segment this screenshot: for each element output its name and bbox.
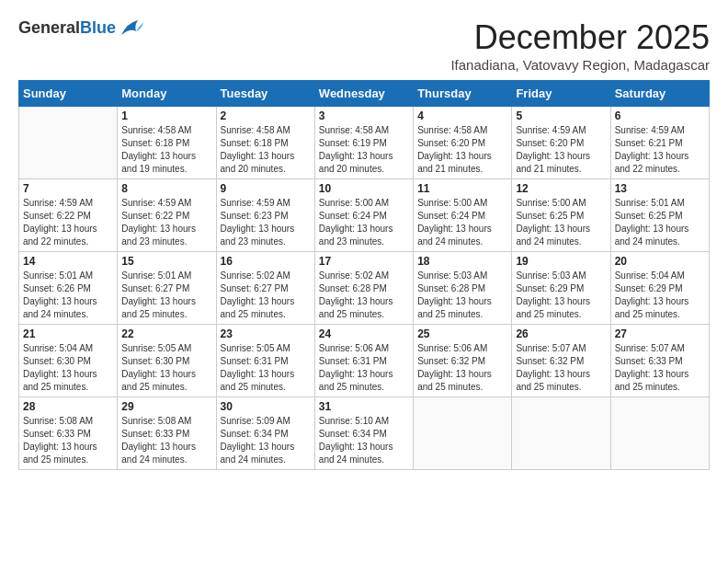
day-number: 3	[319, 109, 409, 122]
calendar-day-cell: 8Sunrise: 4:59 AMSunset: 6:22 PMDaylight…	[118, 179, 216, 252]
weekday-header-monday: Monday	[118, 81, 216, 107]
day-number: 13	[615, 182, 705, 195]
day-info: Sunrise: 5:01 AMSunset: 6:27 PMDaylight:…	[121, 270, 211, 321]
day-number: 14	[23, 255, 113, 268]
day-number: 6	[615, 109, 705, 122]
calendar-day-cell: 30Sunrise: 5:09 AMSunset: 6:34 PMDayligh…	[216, 397, 314, 470]
calendar-day-cell	[512, 397, 610, 470]
day-number: 23	[221, 327, 311, 340]
calendar-day-cell: 21Sunrise: 5:04 AMSunset: 6:30 PMDayligh…	[19, 325, 118, 397]
calendar-day-cell: 26Sunrise: 5:07 AMSunset: 6:32 PMDayligh…	[512, 325, 610, 397]
day-info: Sunrise: 5:08 AMSunset: 6:33 PMDaylight:…	[121, 415, 211, 466]
day-number: 30	[221, 400, 311, 413]
calendar-day-cell	[610, 397, 709, 470]
calendar-day-cell: 24Sunrise: 5:06 AMSunset: 6:31 PMDayligh…	[314, 325, 413, 397]
day-number: 21	[23, 327, 113, 340]
day-info: Sunrise: 4:58 AMSunset: 6:19 PMDaylight:…	[319, 124, 409, 176]
day-number: 19	[516, 255, 606, 268]
day-number: 12	[516, 182, 606, 195]
weekday-header-sunday: Sunday	[19, 81, 118, 107]
day-info: Sunrise: 5:05 AMSunset: 6:31 PMDaylight:…	[221, 342, 311, 394]
day-info: Sunrise: 5:03 AMSunset: 6:28 PMDaylight:…	[417, 270, 507, 321]
calendar-day-cell	[19, 107, 118, 179]
calendar-day-cell: 22Sunrise: 5:05 AMSunset: 6:30 PMDayligh…	[118, 325, 216, 397]
day-info: Sunrise: 5:00 AMSunset: 6:24 PMDaylight:…	[417, 197, 507, 248]
day-info: Sunrise: 5:08 AMSunset: 6:33 PMDaylight:…	[23, 415, 113, 466]
month-title: December 2025	[450, 18, 710, 57]
day-info: Sunrise: 5:02 AMSunset: 6:27 PMDaylight:…	[221, 270, 311, 321]
day-number: 18	[417, 255, 507, 268]
day-info: Sunrise: 5:01 AMSunset: 6:25 PMDaylight:…	[615, 197, 705, 248]
calendar-day-cell: 20Sunrise: 5:04 AMSunset: 6:29 PMDayligh…	[610, 252, 709, 325]
day-number: 16	[221, 255, 311, 268]
day-info: Sunrise: 4:59 AMSunset: 6:21 PMDaylight:…	[615, 124, 705, 176]
day-number: 1	[121, 109, 211, 122]
calendar-day-cell: 2Sunrise: 4:58 AMSunset: 6:18 PMDaylight…	[216, 107, 314, 179]
weekday-header-tuesday: Tuesday	[216, 81, 314, 107]
calendar-day-cell: 19Sunrise: 5:03 AMSunset: 6:29 PMDayligh…	[512, 252, 610, 325]
day-info: Sunrise: 5:06 AMSunset: 6:31 PMDaylight:…	[319, 342, 409, 394]
day-info: Sunrise: 4:58 AMSunset: 6:18 PMDaylight:…	[221, 124, 311, 176]
calendar-week-row: 14Sunrise: 5:01 AMSunset: 6:26 PMDayligh…	[19, 252, 710, 325]
calendar-day-cell: 14Sunrise: 5:01 AMSunset: 6:26 PMDayligh…	[19, 252, 118, 325]
calendar-day-cell: 29Sunrise: 5:08 AMSunset: 6:33 PMDayligh…	[118, 397, 216, 470]
calendar-day-cell: 23Sunrise: 5:05 AMSunset: 6:31 PMDayligh…	[216, 325, 314, 397]
day-number: 7	[23, 182, 113, 195]
day-info: Sunrise: 5:07 AMSunset: 6:33 PMDaylight:…	[615, 342, 705, 394]
logo: GeneralBlue	[18, 18, 145, 39]
day-number: 10	[319, 182, 409, 195]
day-info: Sunrise: 4:59 AMSunset: 6:23 PMDaylight:…	[221, 197, 311, 248]
day-info: Sunrise: 5:00 AMSunset: 6:25 PMDaylight:…	[516, 197, 606, 248]
day-info: Sunrise: 5:00 AMSunset: 6:24 PMDaylight:…	[319, 197, 409, 248]
calendar-header-row: SundayMondayTuesdayWednesdayThursdayFrid…	[19, 81, 710, 107]
calendar-day-cell: 16Sunrise: 5:02 AMSunset: 6:27 PMDayligh…	[216, 252, 314, 325]
day-info: Sunrise: 5:06 AMSunset: 6:32 PMDaylight:…	[417, 342, 507, 394]
day-info: Sunrise: 5:09 AMSunset: 6:34 PMDaylight:…	[221, 415, 311, 466]
day-info: Sunrise: 5:03 AMSunset: 6:29 PMDaylight:…	[516, 270, 606, 321]
calendar-day-cell	[414, 397, 512, 470]
calendar-day-cell: 3Sunrise: 4:58 AMSunset: 6:19 PMDaylight…	[314, 107, 413, 179]
calendar-day-cell: 17Sunrise: 5:02 AMSunset: 6:28 PMDayligh…	[314, 252, 413, 325]
day-number: 4	[417, 109, 507, 122]
calendar-day-cell: 18Sunrise: 5:03 AMSunset: 6:28 PMDayligh…	[414, 252, 512, 325]
day-info: Sunrise: 5:04 AMSunset: 6:29 PMDaylight:…	[615, 270, 705, 321]
day-number: 11	[417, 182, 507, 195]
calendar-day-cell: 27Sunrise: 5:07 AMSunset: 6:33 PMDayligh…	[610, 325, 709, 397]
day-info: Sunrise: 4:58 AMSunset: 6:18 PMDaylight:…	[121, 124, 211, 176]
calendar-day-cell: 13Sunrise: 5:01 AMSunset: 6:25 PMDayligh…	[610, 179, 709, 252]
day-number: 20	[615, 255, 705, 268]
day-number: 22	[121, 327, 211, 340]
day-info: Sunrise: 5:05 AMSunset: 6:30 PMDaylight:…	[121, 342, 211, 394]
weekday-header-friday: Friday	[512, 81, 610, 107]
calendar-week-row: 28Sunrise: 5:08 AMSunset: 6:33 PMDayligh…	[19, 397, 710, 470]
day-number: 26	[516, 327, 606, 340]
calendar-day-cell: 31Sunrise: 5:10 AMSunset: 6:34 PMDayligh…	[314, 397, 413, 470]
calendar-table: SundayMondayTuesdayWednesdayThursdayFrid…	[18, 80, 710, 470]
day-number: 9	[221, 182, 311, 195]
calendar-day-cell: 4Sunrise: 4:58 AMSunset: 6:20 PMDaylight…	[414, 107, 512, 179]
weekday-header-thursday: Thursday	[414, 81, 512, 107]
title-block: December 2025 Ifanadiana, Vatovavy Regio…	[450, 18, 710, 73]
calendar-day-cell: 12Sunrise: 5:00 AMSunset: 6:25 PMDayligh…	[512, 179, 610, 252]
day-info: Sunrise: 4:59 AMSunset: 6:22 PMDaylight:…	[23, 197, 113, 248]
weekday-header-wednesday: Wednesday	[314, 81, 413, 107]
calendar-day-cell: 1Sunrise: 4:58 AMSunset: 6:18 PMDaylight…	[118, 107, 216, 179]
day-number: 24	[319, 327, 409, 340]
calendar-day-cell: 6Sunrise: 4:59 AMSunset: 6:21 PMDaylight…	[610, 107, 709, 179]
day-number: 8	[121, 182, 211, 195]
day-info: Sunrise: 5:07 AMSunset: 6:32 PMDaylight:…	[516, 342, 606, 394]
calendar-day-cell: 10Sunrise: 5:00 AMSunset: 6:24 PMDayligh…	[314, 179, 413, 252]
calendar-week-row: 21Sunrise: 5:04 AMSunset: 6:30 PMDayligh…	[19, 325, 710, 397]
day-number: 25	[417, 327, 507, 340]
day-info: Sunrise: 5:10 AMSunset: 6:34 PMDaylight:…	[319, 415, 409, 466]
logo-bird-icon	[118, 18, 145, 39]
day-info: Sunrise: 4:59 AMSunset: 6:20 PMDaylight:…	[516, 124, 606, 176]
logo-text: GeneralBlue	[18, 19, 116, 38]
day-number: 29	[121, 400, 211, 413]
day-number: 15	[121, 255, 211, 268]
day-number: 28	[23, 400, 113, 413]
calendar-week-row: 1Sunrise: 4:58 AMSunset: 6:18 PMDaylight…	[19, 107, 710, 179]
calendar-day-cell: 7Sunrise: 4:59 AMSunset: 6:22 PMDaylight…	[19, 179, 118, 252]
day-number: 2	[221, 109, 311, 122]
calendar-day-cell: 28Sunrise: 5:08 AMSunset: 6:33 PMDayligh…	[19, 397, 118, 470]
